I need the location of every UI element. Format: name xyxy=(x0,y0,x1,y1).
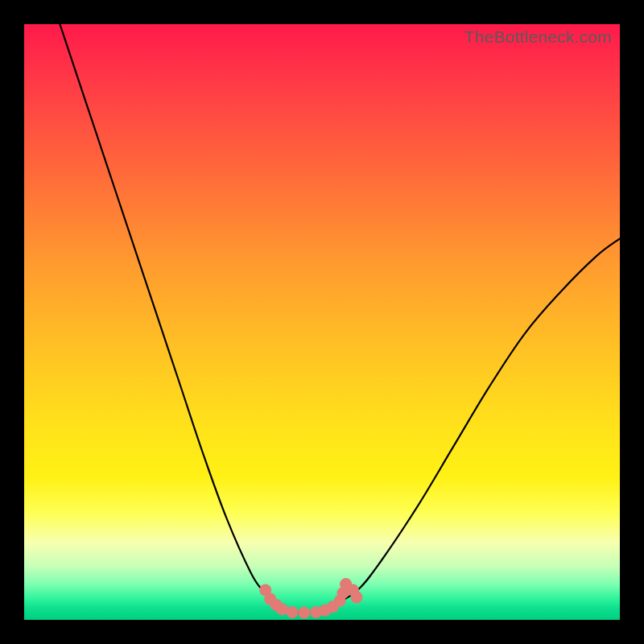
curve-left xyxy=(60,24,274,602)
chart-frame: TheBottleneck.com xyxy=(0,0,644,644)
watermark-label: TheBottleneck.com xyxy=(464,27,612,47)
trough-dot xyxy=(287,606,299,618)
curve-right xyxy=(334,238,620,605)
trough-dot xyxy=(350,591,362,603)
curve-overlay xyxy=(24,24,620,620)
trough-dot xyxy=(298,607,310,619)
plot-area: TheBottleneck.com xyxy=(24,24,620,620)
